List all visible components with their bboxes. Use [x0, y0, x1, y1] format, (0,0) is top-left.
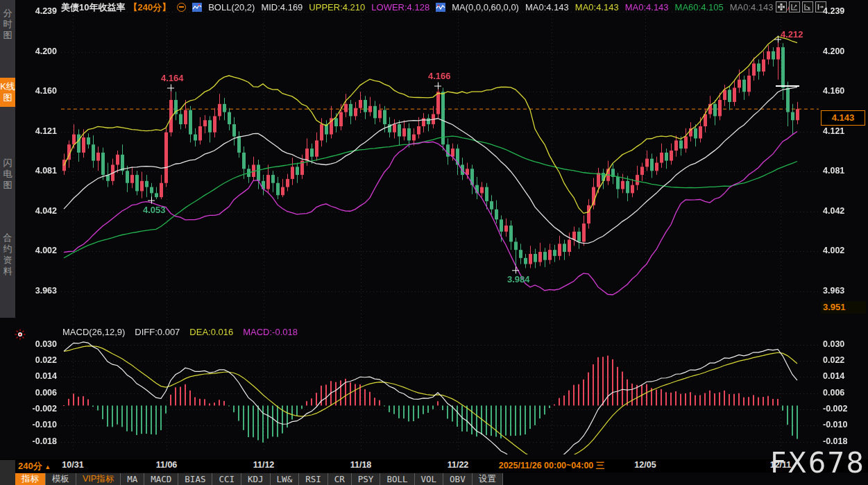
hovered-bar-time: 2025/11/26 00:00~04:00 三	[495, 459, 609, 473]
axis-tick-label: 0.014	[24, 371, 57, 381]
macd-title: MACD(26,12,9)	[62, 327, 125, 337]
axis-tick-label: 0.006	[24, 388, 57, 398]
axis-tick-label: 4.081	[823, 166, 856, 176]
axis-tick-label: 4.081	[24, 166, 57, 176]
toolbar-item-xx[interactable]: 设置	[473, 473, 503, 485]
axis-tick-label: 0.022	[823, 355, 856, 365]
chart-tool-icons	[776, 1, 826, 12]
axis-tick-label: -0.018	[24, 436, 57, 446]
toolbar-item-BIAS[interactable]: BIAS	[178, 473, 212, 485]
axis-tick-label: 0.022	[24, 355, 57, 365]
zoom-axis-up-icon[interactable]	[789, 1, 800, 12]
toolbar-item-xx[interactable]: 指标	[15, 473, 46, 485]
toolbar-item-KDJ[interactable]: KDJ	[241, 473, 271, 485]
sidebar-tab-1[interactable]: 分时图	[0, 4, 15, 44]
ma0-gray-value: MA0:4.143	[730, 2, 774, 12]
axis-tick-label: 4.042	[24, 206, 57, 216]
live-blink-icon	[15, 329, 26, 340]
axis-tick-label: 3.963	[823, 286, 856, 296]
macd-hist-value: MACD:-0.018	[243, 327, 298, 337]
ma0-white-value: MA0:4.143	[525, 2, 569, 12]
brand-watermark: FX678	[770, 447, 865, 479]
macd-diff-value: DIFF:0.007	[135, 327, 180, 337]
extreme-price-label: 4.212	[781, 29, 803, 40]
date-label: 11/18	[350, 460, 372, 470]
kline-app: 分时图K线图闪电图合约资料 美债10年收益率 【240分】 BOLL(20,2)…	[0, 0, 868, 485]
date-label: 12/05	[634, 460, 656, 470]
axis-tick-label: -0.010	[823, 420, 856, 429]
axis-tick-label: 4.121	[823, 126, 856, 136]
axis-tick-label: 4.200	[823, 46, 856, 56]
macd-dea-value: DEA:0.016	[189, 327, 233, 337]
toolbar-item-CCI[interactable]: CCI	[212, 473, 241, 485]
chart-type-sidebar: 分时图K线图闪电图合约资料	[0, 0, 15, 318]
axis-tick-label: 4.042	[823, 206, 856, 216]
axis-tick-label: 0.030	[823, 339, 856, 349]
axis-tick-label: 0.006	[823, 388, 856, 398]
axis-tick-label: 4.239	[823, 6, 856, 16]
axis-tick-label: -0.018	[823, 436, 856, 446]
sidebar-tab-2[interactable]: K线图	[0, 78, 15, 107]
period-label: 【240分】	[128, 1, 171, 14]
date-label: 11/22	[448, 460, 469, 470]
axis-tick-label: 4.121	[24, 126, 57, 136]
toolbar-item-OBV[interactable]: OBV	[443, 473, 473, 485]
last-price-tag: 4.143	[821, 110, 865, 126]
mini-chart-icon[interactable]	[436, 3, 445, 12]
date-label: 11/12	[253, 460, 275, 470]
toolbar-item-VIPxx[interactable]: VIP指标	[76, 473, 121, 485]
axis-tick-label: 4.239	[24, 6, 57, 16]
ma0-yellow-value: MA0:4.143	[575, 2, 619, 12]
boll-mid-value: MID:4.169	[261, 2, 303, 12]
toolbar-item-xx[interactable]: 模板	[46, 473, 76, 485]
axis-tick-label: 0.030	[24, 339, 57, 349]
bottom-corner-cell	[0, 460, 15, 485]
axis-tick-label: -0.002	[24, 404, 57, 414]
toolbar-item-PSY[interactable]: PSY	[352, 473, 381, 485]
axis-tick-label: -0.010	[24, 420, 57, 429]
boll-lower-value: LOWER:4.128	[371, 2, 429, 12]
extreme-price-label: 4.164	[161, 73, 184, 83]
timeframe-label[interactable]: 240分 ▲	[18, 460, 51, 473]
boll-label: BOLL(20,2)	[208, 2, 255, 12]
mini-chart-icon[interactable]	[192, 3, 202, 12]
macd-header: MACD(26,12,9) DIFF:0.007 DEA:0.016 MACD:…	[62, 327, 298, 337]
range-low-tag: 3.951	[821, 301, 866, 314]
ma0-magenta-value: MA0:4.143	[625, 2, 669, 12]
symbol-title: 美债10年收益率	[61, 1, 125, 14]
axis-tick-label: -0.002	[823, 404, 856, 414]
date-label: 11/06	[156, 460, 178, 470]
axis-tick-label: 4.160	[823, 86, 856, 96]
collapse-indicator-icon[interactable]	[177, 3, 186, 12]
indicator-header: 美债10年收益率 【240分】 BOLL(20,2) MID:4.169 UPP…	[61, 1, 793, 13]
extreme-price-label: 3.984	[507, 274, 530, 284]
axis-tick-label: 4.002	[823, 246, 856, 255]
boll-upper-value: UPPER:4.210	[309, 2, 365, 12]
timeframe-arrow-icon: ▲	[44, 463, 51, 470]
toolbar-item-MACD[interactable]: MACD	[144, 473, 178, 485]
indicator-toolbar: 指标模板VIP指标MAMACDBIASCCIKDJLW&RSICRPSYBOLL…	[15, 473, 503, 485]
extreme-price-label: 4.166	[428, 71, 451, 81]
toolbar-item-CR[interactable]: CR	[328, 473, 352, 485]
sidebar-tab-3[interactable]: 闪电图	[0, 154, 15, 194]
toolbar-item-LWx[interactable]: LW&	[271, 473, 300, 485]
axis-tick-label: 3.963	[24, 286, 57, 296]
pan-crosshair-icon[interactable]	[776, 1, 787, 12]
axis-tick-label: 0.014	[823, 371, 856, 381]
axis-tick-label: 4.002	[24, 246, 57, 255]
toolbar-item-RSI[interactable]: RSI	[299, 473, 328, 485]
date-label: 10/31	[62, 460, 83, 470]
toolbar-item-BOLL[interactable]: BOLL	[380, 473, 414, 485]
extreme-price-label: 4.053	[143, 205, 166, 215]
ma-params-label: MA(0,0,0,60,0,0)	[452, 2, 519, 12]
axis-tick-label: 4.200	[24, 46, 57, 56]
axis-tick-label: 4.160	[24, 86, 57, 96]
toolbar-item-VOL[interactable]: VOL	[415, 473, 444, 485]
sidebar-tab-4[interactable]: 合约资料	[0, 229, 15, 280]
toolbar-item-MA[interactable]: MA	[121, 473, 144, 485]
ma60-green-value: MA60:4.105	[675, 2, 724, 12]
zoom-axis-right-icon[interactable]	[802, 1, 813, 12]
time-axis: 240分 ▲ 2025/11/26 00:00~04:00 三 10/3111/…	[0, 459, 868, 473]
